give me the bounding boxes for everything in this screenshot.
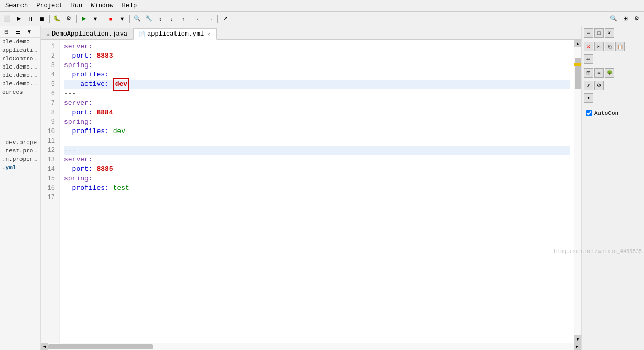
tab-demoapplication[interactable]: ☕ DemoApplication.java [41,28,133,39]
scrollbar-track[interactable] [574,47,581,335]
code-line-9: spring: [64,117,570,127]
code-line-16: profiles: test [64,183,570,193]
code-line-11 [64,136,570,146]
rp-btn-arrow[interactable]: ↩ [584,54,593,64]
toolbar-btn-back[interactable]: ← [193,14,204,24]
rp-btn-list[interactable]: ≡ [594,68,604,78]
tab-applicationyml[interactable]: 📄 application.yml ✕ [133,28,217,40]
menu-run[interactable]: Run [68,2,86,10]
rp-btn-gear2[interactable]: ⚙ [594,81,604,90]
left-panel-item-props[interactable]: .n.properties [0,155,40,163]
toolbar-btn-stop-red[interactable]: ■ [105,14,116,24]
toolbar-btn-8[interactable]: 🔍 [132,14,143,24]
code-line-4: profiles: [64,70,570,80]
rp-btn-j[interactable]: J [584,81,593,90]
menu-bar: Search Project Run Window Help [0,0,644,12]
tab-demoapplication-label: DemoApplication.java [52,30,127,38]
rp-btn-x[interactable]: ✕ [584,42,593,51]
rp-btn-tree[interactable]: 🌳 [605,68,614,78]
java-file-icon: ☕ [47,31,50,37]
autocomplete-checkbox[interactable] [586,110,592,116]
toolbar-btn-layout[interactable]: ⊞ [620,14,630,24]
toolbar-btn-settings[interactable]: ⚙ [631,14,642,24]
hscroll-track[interactable] [48,343,574,351]
left-panel-item-6[interactable]: ources [0,88,40,96]
toolbar-btn-4[interactable]: ⏹ [37,14,47,24]
code-line-12: --- [64,146,570,155]
hscroll-thumb[interactable] [48,344,153,349]
toolbar-btn-1[interactable]: ⬜ [2,14,13,24]
left-panel-item-yml[interactable]: .yml [0,163,40,172]
hscroll-right-btn[interactable]: ▶ [574,343,581,351]
code-line-6: --- [64,89,570,99]
left-panel: ⊟ ☰ ▼ ple.demo application.ja rldControl… [0,26,41,350]
editor-hscroll[interactable]: ◀ ▶ [41,343,581,350]
menu-search[interactable]: Search [2,2,31,10]
line-numbers: 12345 678910 1112131415 1617 [41,40,60,343]
toolbar: ⬜ ▶ ⏸ ⏹ 🐛 ⚙ ▶ ▼ ■ ▼ 🔍 🔧 ↕ ↓ ↑ ← → ↗ 🔍 ⊞ … [0,12,644,26]
left-panel-btn-3[interactable]: ▼ [24,27,35,37]
code-line-1: server: [64,42,570,51]
right-panel-toolbar: − □ ✕ ✕ ✂ ⎘ 📋 ↩ ⊞ ≡ 🌳 [582,26,644,119]
editor-scrollbar[interactable]: ▲ ▼ [574,40,581,343]
code-line-3: spring: [64,61,570,70]
yml-file-icon: 📄 [139,31,145,37]
tab-bar: ☕ DemoApplication.java 📄 application.yml… [41,26,581,40]
toolbar-btn-forward[interactable]: → [205,14,215,24]
toolbar-btn-3[interactable]: ⏸ [25,14,36,24]
toolbar-btn-search-right[interactable]: 🔍 [608,14,619,24]
rp-btn-paste[interactable]: 📋 [615,42,625,51]
rp-btn-maximize[interactable]: □ [594,28,604,38]
rp-btn-dot[interactable]: • [584,93,593,103]
toolbar-btn-7[interactable]: ▼ [117,14,127,24]
left-panel-item-1[interactable]: application.ja [0,46,40,54]
code-line-5: active: dev [64,80,570,89]
scrollbar-down-btn[interactable]: ▼ [574,335,581,343]
tab-close-btn[interactable]: ✕ [206,31,211,37]
toolbar-btn-external[interactable]: ↗ [220,14,231,24]
left-panel-btn-1[interactable]: ⊟ [1,27,12,37]
right-panel-row-5: J ⚙ [584,81,642,90]
left-panel-item-2[interactable]: rldControler [0,54,40,63]
toolbar-btn-run-green[interactable]: ▶ [79,14,89,24]
toolbar-btn-11[interactable]: ↓ [167,14,177,24]
left-panel-item-3[interactable]: ple.demo.co [0,63,40,71]
right-panel-row-4: ⊞ ≡ 🌳 [584,68,642,78]
rp-btn-close[interactable]: ✕ [605,28,614,38]
left-panel-item-dev[interactable]: -dev.prope [0,138,40,147]
right-panel-row-2: ✕ ✂ ⎘ 📋 [584,42,642,51]
toolbar-btn-12[interactable]: ↑ [178,14,189,24]
hscroll-left-btn[interactable]: ◀ [41,343,48,351]
code-editor[interactable]: server: port: 8883 spring: profiles: act… [60,40,574,343]
rp-btn-scissors[interactable]: ✂ [594,42,604,51]
toolbar-btn-9[interactable]: 🔧 [144,14,154,24]
toolbar-btn-debug[interactable]: 🐛 [52,14,62,24]
right-panel-row-1: − □ ✕ [584,28,642,38]
menu-help[interactable]: Help [118,2,140,10]
left-panel-item-0[interactable]: ple.demo [0,38,40,46]
left-panel-item-test[interactable]: -test.prope [0,147,40,155]
left-panel-items: ple.demo application.ja rldControler ple… [0,38,40,350]
left-panel-toolbar: ⊟ ☰ ▼ [0,26,40,38]
code-line-17 [64,193,570,202]
scrollbar-up-btn[interactable]: ▲ [574,40,581,47]
toolbar-btn-5[interactable]: ⚙ [63,14,74,24]
autocomplete-label: AutoCon [594,110,618,116]
scrollbar-thumb[interactable] [575,58,581,89]
autocomplete-row: AutoCon [584,109,642,117]
left-panel-item-5[interactable]: ple.demo.se [0,80,40,88]
scroll-marker [574,63,581,66]
main-layout: ⊟ ☰ ▼ ple.demo application.ja rldControl… [0,26,644,350]
rp-btn-grid[interactable]: ⊞ [584,68,593,78]
menu-window[interactable]: Window [88,2,116,10]
rp-btn-minimize[interactable]: − [584,28,593,38]
menu-project[interactable]: Project [33,2,66,10]
left-panel-item-4[interactable]: ple.demo.en [0,71,40,80]
toolbar-btn-10[interactable]: ↕ [155,14,166,24]
toolbar-btn-6[interactable]: ▼ [90,14,101,24]
rp-btn-copy[interactable]: ⎘ [605,42,614,51]
toolbar-separator-4 [129,15,130,23]
code-line-10: profiles: dev [64,127,570,136]
toolbar-btn-2[interactable]: ▶ [14,14,24,24]
left-panel-btn-2[interactable]: ☰ [13,27,23,37]
